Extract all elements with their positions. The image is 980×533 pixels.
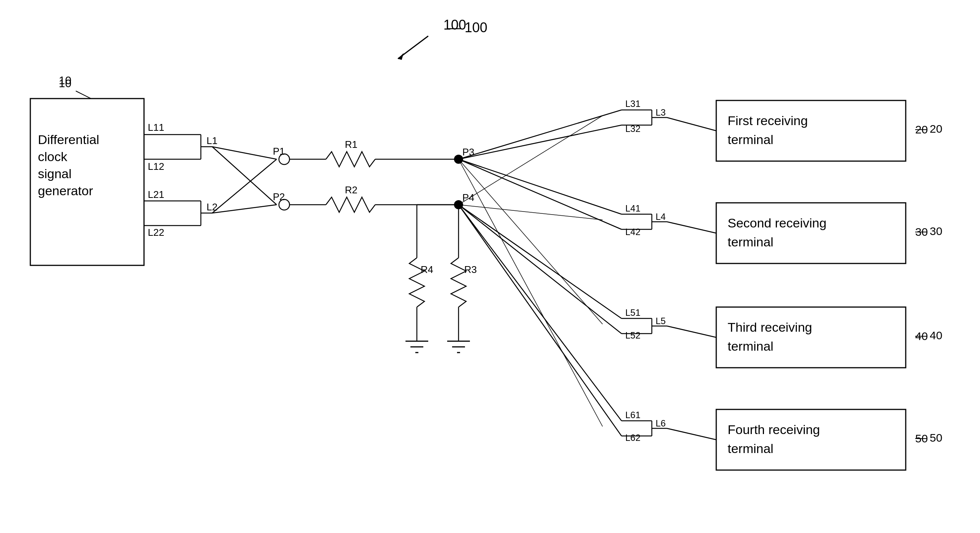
terminal-3-ref: 40	[915, 330, 928, 343]
terminal-2-ref: 30	[915, 226, 928, 239]
diagram-container: 100 10 20 30 40 50	[0, 0, 980, 533]
terminal-4-ref: 50	[915, 432, 928, 445]
generator-ref: 10	[59, 74, 71, 87]
terminal-1-ref: 20	[915, 123, 928, 136]
diagram-title: 100	[443, 17, 466, 33]
